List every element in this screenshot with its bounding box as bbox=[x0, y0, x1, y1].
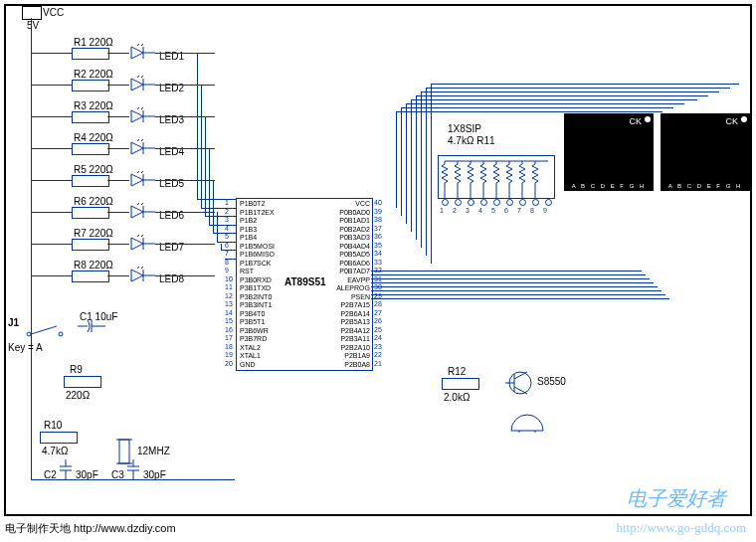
svg-marker-50 bbox=[131, 206, 143, 218]
sip-pin-6 bbox=[506, 199, 513, 206]
mcu-pinnum-left-7: 7 bbox=[225, 250, 229, 257]
c2-name: C2 bbox=[44, 469, 57, 480]
svg-line-59 bbox=[141, 235, 146, 237]
svg-marker-55 bbox=[131, 238, 143, 250]
mcu-pin-left-9: RST bbox=[240, 268, 254, 274]
label-r3: R3 220Ω bbox=[74, 100, 113, 111]
capacitor-c1 bbox=[78, 318, 107, 334]
footer-text: 电子制作天地 http://www.dzdiy.com bbox=[5, 521, 176, 536]
mcu-pin-right-5: P0B3AD3 bbox=[339, 234, 370, 241]
mcu-pin-right-10: EAVPP bbox=[347, 276, 370, 283]
vcc-rail bbox=[31, 18, 32, 479]
buzzer-icon bbox=[509, 403, 545, 433]
sip-pin-2 bbox=[455, 199, 462, 206]
svg-marker-25 bbox=[131, 47, 143, 59]
switch-icon bbox=[25, 324, 65, 338]
sip-pin-7 bbox=[519, 199, 526, 206]
r10-value: 4.7kΩ bbox=[42, 446, 68, 456]
mcu-pinnum-right-8: 33 bbox=[374, 259, 382, 266]
display2-dot bbox=[741, 116, 747, 122]
mcu-pinnum-left-3: 3 bbox=[225, 216, 229, 223]
r10-name: R10 bbox=[44, 420, 62, 431]
mcu-pinnum-right-15: 26 bbox=[374, 317, 382, 324]
svg-line-54 bbox=[141, 203, 146, 205]
switch-j1: J1 bbox=[8, 317, 19, 328]
mcu-pinnum-left-11: 11 bbox=[225, 283, 233, 290]
mcu-pin-left-3: P1B2 bbox=[240, 217, 257, 224]
r12-value: 2.0kΩ bbox=[444, 392, 470, 403]
display2-segments: A B C D E F G H bbox=[661, 183, 750, 189]
mcu-pinnum-right-19: 22 bbox=[374, 351, 382, 358]
sip-pin-4 bbox=[480, 199, 487, 206]
led-4 bbox=[129, 139, 157, 159]
mcu-pin-right-19: P2B1A9 bbox=[344, 352, 370, 359]
svg-marker-30 bbox=[131, 79, 143, 90]
mcu-pin-right-3: P0B1AD1 bbox=[339, 217, 370, 224]
mcu-pin-right-18: P2B2A10 bbox=[340, 344, 370, 351]
mcu-pin-left-5: P1B4 bbox=[240, 234, 257, 241]
display1-segments: A B C D E F G H bbox=[564, 183, 654, 189]
sip-value: 4.7kΩ R11 bbox=[448, 135, 495, 146]
transistor-s8550 bbox=[505, 368, 535, 400]
led-5 bbox=[129, 171, 157, 191]
label-r6: R6 220Ω bbox=[74, 196, 113, 207]
mcu-pinnum-left-20: 20 bbox=[225, 360, 233, 367]
mcu-pin-left-15: P3B5T1 bbox=[240, 318, 265, 325]
mcu-pin-right-13: P2B7A15 bbox=[340, 301, 370, 308]
c3-value: 30pF bbox=[143, 469, 166, 480]
mcu-pinnum-left-15: 15 bbox=[225, 317, 233, 324]
mcu-pin-right-6: P0B4AD4 bbox=[339, 243, 370, 250]
mcu-pin-left-8: P1B7SCK bbox=[240, 260, 272, 267]
mcu-pinnum-right-4: 37 bbox=[374, 225, 382, 232]
sip-pin-9 bbox=[545, 199, 552, 206]
mcu-pin-left-1: P1B0T2 bbox=[240, 200, 265, 207]
mcu-pinnum-right-3: 38 bbox=[374, 216, 382, 223]
resistor-r2 bbox=[72, 80, 109, 91]
resistor-r1 bbox=[72, 48, 109, 60]
mcu-pinnum-right-18: 23 bbox=[374, 343, 382, 350]
svg-marker-40 bbox=[131, 142, 143, 154]
r9-name: R9 bbox=[70, 364, 83, 375]
svg-line-13 bbox=[31, 326, 57, 334]
mcu-pin-left-14: P3B4T0 bbox=[240, 310, 265, 317]
svg-line-34 bbox=[141, 76, 146, 78]
c2-value: 30pF bbox=[76, 469, 98, 480]
mcu-pin-right-17: P2B3A11 bbox=[340, 335, 370, 342]
resistor-r9 bbox=[64, 376, 101, 388]
r9-value: 220Ω bbox=[66, 390, 90, 401]
led-3 bbox=[129, 107, 157, 127]
mcu-pinnum-right-12: 29 bbox=[374, 292, 382, 299]
resistor-r3 bbox=[72, 111, 109, 123]
mcu-pin-right-16: P2B4A12 bbox=[340, 327, 370, 334]
resistor-r7 bbox=[72, 239, 109, 251]
vcc-label: VCC bbox=[43, 7, 64, 18]
svg-marker-60 bbox=[131, 270, 143, 281]
resistor-r8 bbox=[72, 271, 109, 282]
vcc-voltage: 5V bbox=[27, 20, 39, 31]
label-r1: R1 220Ω bbox=[74, 37, 113, 48]
svg-marker-35 bbox=[131, 110, 143, 122]
mcu-pin-left-17: P3B7RD bbox=[240, 335, 267, 342]
mcu-pin-left-6: P1B5MOSI bbox=[240, 243, 275, 250]
mcu-pin-right-9: P0B7AD7 bbox=[339, 268, 370, 274]
watermark-cn: 电子爱好者 bbox=[627, 485, 726, 512]
led-7 bbox=[129, 235, 157, 255]
mcu-pin-right-12: PSEN bbox=[351, 293, 370, 300]
capacitor-c2 bbox=[58, 459, 74, 481]
resistor-r5 bbox=[72, 175, 109, 187]
mcu-pinnum-left-9: 9 bbox=[225, 267, 229, 273]
mcu-pin-right-4: P0B2AD2 bbox=[339, 226, 370, 233]
mcu-pin-right-8: P0B6AD6 bbox=[339, 260, 370, 267]
mcu-pin-left-11: P3B1TXD bbox=[240, 284, 271, 291]
mcu-pinnum-right-11: 30 bbox=[374, 283, 382, 290]
mcu-pinnum-left-19: 19 bbox=[225, 351, 233, 358]
label-r7: R7 220Ω bbox=[74, 228, 113, 239]
resistor-r4 bbox=[72, 143, 109, 155]
mcu-pinnum-right-13: 28 bbox=[374, 300, 382, 307]
svg-line-64 bbox=[141, 267, 146, 269]
svg-marker-45 bbox=[131, 174, 143, 186]
mcu-pinnum-left-18: 18 bbox=[225, 343, 233, 350]
mcu-pinnum-right-1: 40 bbox=[374, 199, 382, 206]
mcu-pin-right-2: P0B0AD0 bbox=[339, 209, 370, 216]
mcu-pinnum-right-20: 21 bbox=[374, 360, 382, 367]
